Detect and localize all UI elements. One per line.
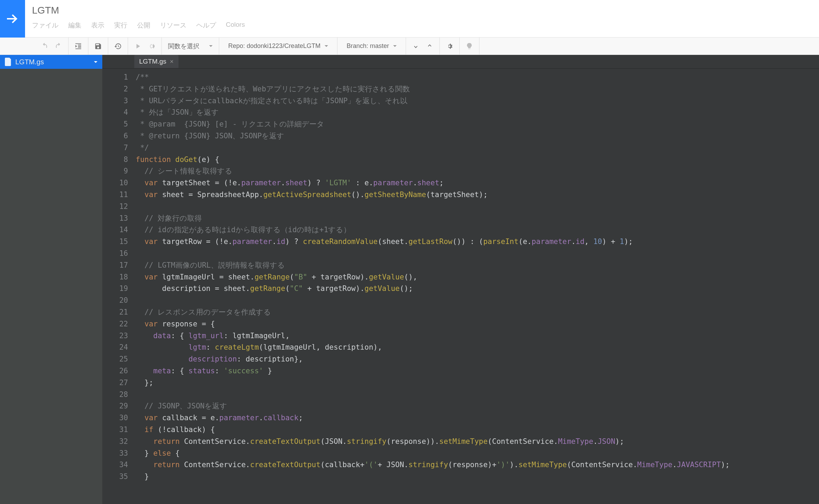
redo-button[interactable] [51,38,65,55]
function-select-label: 関数を選択 [168,42,199,50]
chevron-down-icon [393,45,397,47]
script-file-icon [5,58,12,66]
menu-edit[interactable]: 編集 [68,21,81,30]
redo-icon [55,42,62,50]
pull-button[interactable] [409,38,423,55]
logo[interactable] [0,0,25,38]
chevron-down-icon [94,61,97,63]
tab-label: LGTM.gs [139,58,166,65]
tab-lgtm[interactable]: LGTM.gs × [134,55,178,68]
editor-area: LGTM.gs × 123456789101112131415161718192… [102,55,819,504]
settings-button[interactable] [443,38,456,55]
tabbar: LGTM.gs × [102,55,819,69]
repo-select[interactable]: Repo: dodonki1223/CreateLGTM [219,38,337,55]
menu-file[interactable]: ファイル [32,21,58,30]
menu-publish[interactable]: 公開 [137,21,150,30]
run-button[interactable] [131,38,145,55]
debug-button[interactable] [145,38,159,55]
project-title[interactable]: LGTM [31,3,819,17]
history-icon [114,42,122,50]
undo-button[interactable] [38,38,51,55]
push-button[interactable] [423,38,437,55]
branch-select[interactable]: Branch: master [337,38,406,55]
file-item-lgtm[interactable]: LGTM.gs [0,55,102,69]
menu-view[interactable]: 表示 [91,21,104,30]
line-gutter: 1234567891011121314151617181920212223242… [102,72,134,504]
lightbulb-icon [466,42,473,50]
sidebar: LGTM.gs [0,55,102,504]
menu-colors[interactable]: Colors [226,21,245,30]
arrow-up-icon [426,42,434,50]
toolbar: 関数を選択 Repo: dodonki1223/CreateLGTM Branc… [0,38,819,55]
undo-icon [41,42,48,50]
menu-bar: ファイル 編集 表示 実行 公開 リソース ヘルプ Colors [31,17,819,30]
save-icon [94,42,102,50]
indent-icon [74,42,82,50]
menu-help[interactable]: ヘルプ [196,21,216,30]
bug-icon [148,42,156,50]
indent-button[interactable] [71,38,85,55]
file-label: LGTM.gs [15,58,44,66]
play-icon [134,42,142,50]
branch-label: Branch: master [347,42,389,50]
gear-icon [446,42,453,50]
chevron-down-icon [209,45,213,47]
chevron-down-icon [325,45,328,47]
close-icon[interactable]: × [170,58,174,65]
save-button[interactable] [91,38,105,55]
header: LGTM ファイル 編集 表示 実行 公開 リソース ヘルプ Colors [0,0,819,38]
function-select[interactable]: 関数を選択 [162,38,219,55]
arrow-right-icon [4,10,21,27]
code-body[interactable]: /** * GETリクエストが送られた時、Webアプリにアクセスした時に実行され… [134,72,819,504]
hint-button[interactable] [462,38,476,55]
header-right: LGTM ファイル 編集 表示 実行 公開 リソース ヘルプ Colors [25,0,819,37]
menu-resource[interactable]: リソース [160,21,186,30]
code-editor[interactable]: 1234567891011121314151617181920212223242… [102,69,819,504]
arrow-down-icon [412,42,420,50]
menu-run[interactable]: 実行 [114,21,127,30]
repo-label: Repo: dodonki1223/CreateLGTM [228,42,320,50]
history-button[interactable] [111,38,125,55]
main: LGTM.gs LGTM.gs × 1234567891011121314151… [0,55,819,504]
